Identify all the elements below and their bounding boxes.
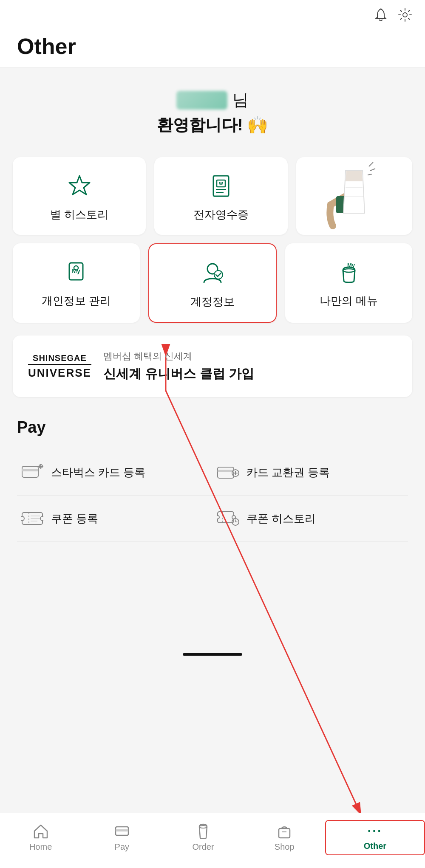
card-exchange-icon (217, 461, 239, 483)
my-menu-icon: My (335, 259, 363, 286)
home-bar-indicator (183, 653, 242, 656)
nav-other-label: Other (364, 841, 386, 851)
pay-item-coupon-history[interactable]: 쿠폰 히스토리 (212, 496, 408, 542)
svg-point-32 (40, 516, 43, 521)
svg-text:W: W (219, 181, 223, 186)
svg-rect-21 (22, 469, 38, 471)
receipt-icon: W (207, 172, 235, 200)
banner-section: SHINSEGAE UNIVERSE 멤버십 혜택의 신세계 신세계 유니버스 … (0, 335, 425, 406)
home-nav-icon (33, 823, 49, 839)
card-my-menu[interactable]: My 나만의 메뉴 (285, 243, 412, 323)
svg-rect-25 (218, 467, 234, 478)
order-nav-icon (195, 823, 211, 839)
pay-item-card-exchange-label: 카드 교환권 등록 (246, 465, 330, 480)
card-personal-info[interactable]: My 개인정보 관리 (13, 243, 140, 323)
svg-point-19 (343, 269, 355, 272)
nav-order[interactable]: Order (162, 823, 244, 852)
user-name-blurred (176, 91, 227, 110)
nav-pay-label: Pay (115, 842, 129, 852)
pay-item-coupon-history-label: 쿠폰 히스토리 (246, 511, 316, 526)
pay-section: Pay 스타벅스 카드 등록 (0, 406, 425, 550)
svg-rect-37 (218, 512, 234, 523)
card-receipt[interactable]: W 전자영수증 (154, 157, 287, 235)
cup-illustration (320, 158, 388, 234)
other-dots-icon: ··· (368, 824, 382, 838)
svg-point-31 (21, 516, 24, 521)
banner-text-block: 멤버십 혜택의 신세계 신세계 유니버스 클럽 가입 (103, 350, 397, 383)
svg-rect-26 (218, 470, 234, 472)
banner-subtitle: 멤버십 혜택의 신세계 (103, 350, 397, 363)
coupon-history-icon (217, 507, 239, 530)
svg-point-0 (403, 13, 407, 17)
welcome-section: 님 환영합니다! 🙌 (0, 68, 425, 149)
nav-pay[interactable]: Pay (81, 823, 162, 852)
welcome-nim: 님 (232, 89, 249, 111)
page-title-section: Other (0, 29, 425, 68)
bell-icon[interactable] (374, 8, 388, 25)
nav-shop-label: Shop (275, 842, 295, 852)
pay-section-title: Pay (17, 418, 408, 437)
account-info-icon (199, 259, 226, 287)
svg-point-47 (199, 826, 207, 828)
hands-emoji: 🙌 (247, 115, 268, 135)
nav-shop[interactable]: Shop (244, 823, 325, 852)
card-star-history-label: 별 히스토리 (50, 207, 108, 222)
pay-grid: 스타벅스 카드 등록 카드 교환권 등록 (17, 449, 408, 542)
svg-rect-46 (116, 829, 128, 831)
card-star-history[interactable]: 별 히스토리 (13, 157, 146, 235)
card-receipt-label: 전자영수증 (193, 207, 249, 222)
pay-item-card-exchange[interactable]: 카드 교환권 등록 (212, 449, 408, 496)
svg-line-12 (368, 174, 372, 175)
nav-other[interactable]: ··· Other (325, 820, 425, 855)
svg-rect-2 (213, 176, 229, 196)
cards-section: 별 히스토리 W 전자영수증 (0, 149, 425, 335)
pay-item-card-register[interactable]: 스타벅스 카드 등록 (17, 449, 212, 496)
home-bar (0, 635, 425, 661)
svg-point-38 (217, 516, 219, 519)
starbucks-card-icon (21, 461, 43, 483)
shop-nav-icon (276, 823, 292, 839)
svg-text:My: My (72, 268, 81, 274)
shinsegae-logo: SHINSEGAE UNIVERSE (28, 353, 91, 380)
personal-info-icon: My (62, 259, 90, 286)
cards-row-2: My 개인정보 관리 계정정보 My (13, 243, 412, 323)
pay-item-coupon-register[interactable]: 쿠폰 등록 (17, 496, 212, 542)
card-personal-info-label: 개인정보 관리 (42, 293, 111, 308)
pay-item-coupon-register-label: 쿠폰 등록 (51, 511, 98, 526)
page-title: Other (17, 34, 408, 59)
coupon-register-icon (21, 507, 43, 530)
svg-rect-48 (279, 829, 290, 838)
svg-line-11 (370, 169, 375, 171)
nav-home[interactable]: Home (0, 823, 81, 852)
star-icon (66, 172, 93, 200)
card-account-info-label: 계정정보 (190, 294, 235, 309)
nav-order-label: Order (192, 842, 214, 852)
bottom-nav: Home Pay Order Shop ··· O (0, 813, 425, 868)
svg-line-10 (369, 162, 373, 166)
svg-rect-20 (22, 466, 38, 477)
shinsegae-top: SHINSEGAE (33, 353, 87, 363)
card-my-menu-label: 나만의 메뉴 (320, 293, 378, 308)
illustration-card (296, 157, 412, 235)
card-account-info[interactable]: 계정정보 (148, 243, 277, 323)
gear-icon[interactable] (398, 8, 412, 25)
welcome-text: 환영합니다! 🙌 (8, 114, 416, 136)
pay-nav-icon (114, 823, 130, 839)
pay-item-card-register-label: 스타벅스 카드 등록 (51, 465, 145, 480)
shinsegae-bottom: UNIVERSE (28, 364, 91, 380)
banner-card[interactable]: SHINSEGAE UNIVERSE 멤버십 혜택의 신세계 신세계 유니버스 … (13, 335, 412, 397)
status-bar (0, 0, 425, 29)
banner-title: 신세계 유니버스 클럽 가입 (103, 365, 397, 383)
svg-marker-1 (69, 176, 90, 194)
nav-home-label: Home (29, 842, 52, 852)
cards-row-1: 별 히스토리 W 전자영수증 (13, 157, 412, 235)
